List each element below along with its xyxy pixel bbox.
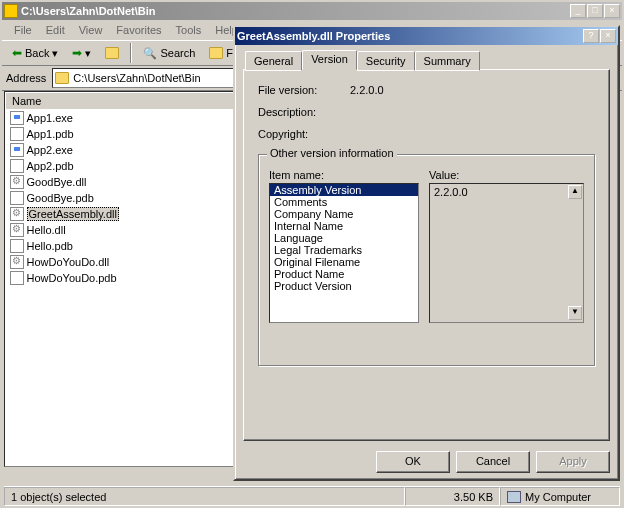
search-label: Search bbox=[160, 47, 195, 59]
file-name: App2.exe bbox=[27, 144, 73, 156]
folders-icon bbox=[209, 47, 223, 59]
cancel-button[interactable]: Cancel bbox=[456, 451, 530, 473]
item-name-listbox[interactable]: Assembly VersionCommentsCompany NameInte… bbox=[269, 183, 419, 323]
list-item[interactable]: Assembly Version bbox=[270, 184, 418, 196]
value-box: 2.2.0.0 ▲ ▼ bbox=[429, 183, 584, 323]
up-button[interactable] bbox=[99, 44, 125, 62]
folder-up-icon bbox=[105, 47, 119, 59]
description-label: Description: bbox=[258, 106, 350, 118]
explorer-titlebar[interactable]: C:\Users\Zahn\DotNet\Bin _ □ × bbox=[2, 2, 622, 20]
status-selection: 1 object(s) selected bbox=[4, 487, 405, 506]
dll-icon bbox=[10, 255, 24, 269]
statusbar: 1 object(s) selected 3.50 KB My Computer bbox=[4, 486, 620, 506]
search-button[interactable]: 🔍 Search bbox=[137, 44, 201, 63]
scroll-up-icon[interactable]: ▲ bbox=[568, 185, 582, 199]
apply-button[interactable]: Apply bbox=[536, 451, 610, 473]
tab-general[interactable]: General bbox=[245, 51, 302, 71]
pdb-icon bbox=[10, 239, 24, 253]
status-size: 3.50 KB bbox=[405, 487, 500, 506]
explorer-title: C:\Users\Zahn\DotNet\Bin bbox=[21, 5, 570, 17]
folder-icon bbox=[4, 4, 18, 18]
exe-icon bbox=[10, 111, 24, 125]
search-icon: 🔍 bbox=[143, 47, 157, 60]
minimize-button[interactable]: _ bbox=[570, 4, 586, 18]
menu-favorites[interactable]: Favorites bbox=[110, 22, 167, 38]
list-item[interactable]: Product Version bbox=[270, 280, 418, 292]
arrow-right-icon: ➡ bbox=[72, 46, 82, 60]
dropdown-icon: ▾ bbox=[52, 47, 58, 60]
tab-summary[interactable]: Summary bbox=[415, 51, 480, 71]
dropdown-icon: ▾ bbox=[85, 47, 91, 60]
file-name: HowDoYouDo.dll bbox=[27, 256, 110, 268]
item-name-label: Item name: bbox=[269, 169, 419, 181]
properties-dialog: GreetAssembly.dll Properties ? × General… bbox=[233, 25, 620, 481]
menu-view[interactable]: View bbox=[73, 22, 109, 38]
copyright-label: Copyright: bbox=[258, 128, 350, 140]
tab-security[interactable]: Security bbox=[357, 51, 415, 71]
dialog-close-button[interactable]: × bbox=[600, 29, 616, 43]
file-name: Hello.dll bbox=[27, 224, 66, 236]
list-item[interactable]: Internal Name bbox=[270, 220, 418, 232]
other-version-group: Other version information Item name: Ass… bbox=[258, 154, 595, 366]
ok-button[interactable]: OK bbox=[376, 451, 450, 473]
tab-strip: General Version Security Summary bbox=[245, 50, 610, 70]
file-version-label: File version: bbox=[258, 84, 350, 96]
maximize-button[interactable]: □ bbox=[587, 4, 603, 18]
file-name: GreetAssembly.dll bbox=[27, 207, 119, 221]
scrollbar[interactable]: ▲ ▼ bbox=[567, 184, 583, 322]
list-item[interactable]: Original Filename bbox=[270, 256, 418, 268]
dialog-title: GreetAssembly.dll Properties bbox=[237, 30, 583, 42]
file-name: App2.pdb bbox=[27, 160, 74, 172]
value-label: Value: bbox=[429, 169, 584, 181]
list-item[interactable]: Company Name bbox=[270, 208, 418, 220]
file-version-value: 2.2.0.0 bbox=[350, 84, 384, 96]
file-name: Hello.pdb bbox=[27, 240, 73, 252]
folder-icon bbox=[55, 72, 69, 84]
list-item[interactable]: Language bbox=[270, 232, 418, 244]
pdb-icon bbox=[10, 127, 24, 141]
close-button[interactable]: × bbox=[604, 4, 620, 18]
list-item[interactable]: Comments bbox=[270, 196, 418, 208]
list-item[interactable]: Legal Trademarks bbox=[270, 244, 418, 256]
back-button[interactable]: ⬅ Back ▾ bbox=[6, 43, 64, 63]
dialog-titlebar[interactable]: GreetAssembly.dll Properties ? × bbox=[235, 27, 618, 45]
pdb-icon bbox=[10, 159, 24, 173]
file-name: GoodBye.pdb bbox=[27, 192, 94, 204]
forward-button[interactable]: ➡ ▾ bbox=[66, 43, 97, 63]
back-label: Back bbox=[25, 47, 49, 59]
status-location: My Computer bbox=[500, 487, 620, 506]
separator bbox=[130, 43, 132, 63]
list-item[interactable]: Product Name bbox=[270, 268, 418, 280]
menu-file[interactable]: File bbox=[8, 22, 38, 38]
menu-edit[interactable]: Edit bbox=[40, 22, 71, 38]
dll-icon bbox=[10, 223, 24, 237]
file-name: App1.exe bbox=[27, 112, 73, 124]
dialog-buttons: OK Cancel Apply bbox=[243, 451, 610, 473]
pdb-icon bbox=[10, 271, 24, 285]
arrow-left-icon: ⬅ bbox=[12, 46, 22, 60]
address-value: C:\Users\Zahn\DotNet\Bin bbox=[73, 72, 200, 84]
dll-icon bbox=[10, 175, 24, 189]
dialog-help-button[interactable]: ? bbox=[583, 29, 599, 43]
dll-icon bbox=[10, 207, 24, 221]
group-legend: Other version information bbox=[267, 147, 397, 159]
menu-tools[interactable]: Tools bbox=[170, 22, 208, 38]
tab-page-version: File version: 2.2.0.0 Description: Copyr… bbox=[243, 69, 610, 441]
exe-icon bbox=[10, 143, 24, 157]
value-text: 2.2.0.0 bbox=[434, 186, 468, 198]
tab-version[interactable]: Version bbox=[302, 50, 357, 70]
file-name: GoodBye.dll bbox=[27, 176, 87, 188]
computer-icon bbox=[507, 491, 521, 503]
scroll-down-icon[interactable]: ▼ bbox=[568, 306, 582, 320]
file-name: App1.pdb bbox=[27, 128, 74, 140]
address-label: Address bbox=[6, 72, 46, 84]
file-name: HowDoYouDo.pdb bbox=[27, 272, 117, 284]
pdb-icon bbox=[10, 191, 24, 205]
